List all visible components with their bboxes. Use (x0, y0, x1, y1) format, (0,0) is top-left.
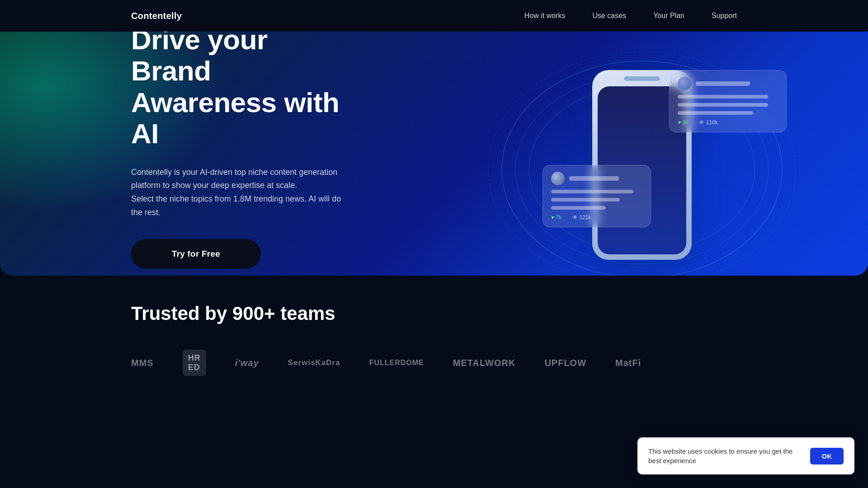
logo-hred: HRED (183, 350, 206, 376)
logos-row: MMS HRED i'way SerwisKaDra FULLERDOME ME… (131, 350, 737, 376)
post-line-6 (551, 206, 606, 210)
eye-stat-2: 👁 121k (572, 214, 591, 221)
post-line-2 (678, 103, 768, 107)
cookie-banner: This website uses cookies to ensure you … (637, 437, 854, 474)
avatar-1 (678, 77, 691, 90)
avatar-2 (551, 172, 565, 185)
logo-mms: MMS (131, 358, 154, 368)
trusted-title: Trusted by 900+ teams (131, 303, 737, 324)
post-card-1: ♥ 9k 👁 110k (669, 70, 787, 132)
hero-title: Drive your Brand Awareness with AI (131, 32, 353, 150)
hero-content: Drive your Brand Awareness with AI Conte… (0, 32, 353, 276)
hero-visual: ♥ 9k 👁 110k ♥ 7k 👁 121k (515, 56, 787, 276)
phone-notch (624, 76, 660, 81)
navbar: Contentelly How it works Use cases Your … (0, 0, 868, 32)
trusted-section: Trusted by 900+ teams MMS HRED i'way Ser… (0, 276, 868, 394)
nav-links: How it works Use cases Your Plan Support (524, 12, 737, 20)
logo-iway: i'way (235, 358, 259, 368)
try-for-free-button[interactable]: Try for Free (131, 239, 261, 269)
logo-upflow: UPFLOW (544, 358, 586, 368)
nav-use-cases[interactable]: Use cases (592, 12, 626, 20)
nav-how-it-works[interactable]: How it works (524, 12, 566, 20)
nav-support[interactable]: Support (712, 12, 737, 20)
heart-stat-1: ♥ 9k (678, 119, 688, 126)
post-line-3 (678, 111, 753, 115)
post-line-1 (678, 95, 768, 99)
post-stats-1: ♥ 9k 👁 110k (678, 119, 778, 126)
logo-metalwork: METALWORK (453, 358, 516, 368)
post-name-line (696, 81, 750, 86)
logo-serwiskadra: SerwisKaDra (288, 358, 340, 367)
post-stats-2: ♥ 7k 👁 121k (551, 214, 642, 221)
post-line-4 (551, 190, 633, 193)
cookie-message: This website uses cookies to ensure you … (648, 446, 797, 465)
cookie-ok-button[interactable]: OK (810, 448, 844, 465)
eye-stat-1: 👁 110k (699, 119, 717, 126)
nav-your-plan[interactable]: Your Plan (653, 12, 684, 20)
logo[interactable]: Contentelly (131, 11, 182, 21)
heart-stat-2: ♥ 7k (551, 214, 561, 221)
hero-section: ♥ 9k 👁 110k ♥ 7k 👁 121k Drive your Brand… (0, 32, 868, 276)
logo-matfi: MatFi (615, 358, 641, 368)
post-name-line-2 (569, 176, 619, 181)
post-card-2: ♥ 7k 👁 121k (542, 165, 651, 227)
hero-description: Contentelly is your AI-driven top niche … (131, 166, 353, 220)
logo-fullerdome: FULLERDOME (369, 359, 424, 367)
post-line-5 (551, 198, 620, 202)
